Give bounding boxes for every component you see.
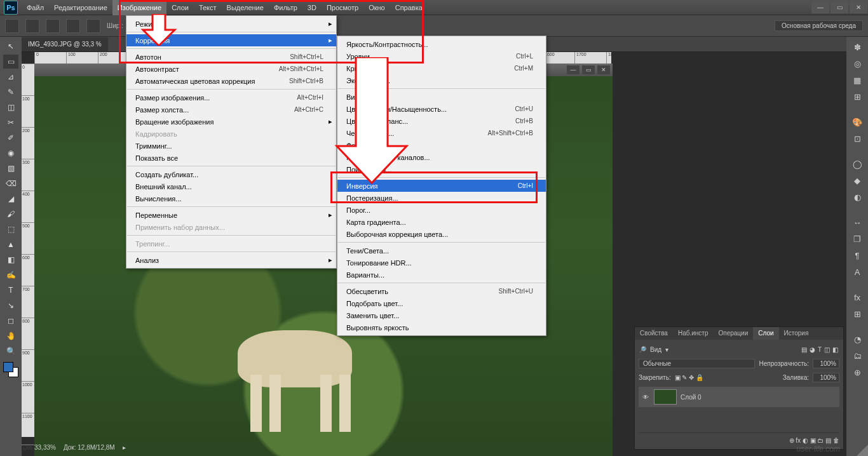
tool-button[interactable]: ◢ (3, 192, 18, 206)
filter-icon[interactable]: ◫ (824, 346, 830, 353)
tool-button[interactable]: ⬚ (3, 222, 18, 236)
kind-filter[interactable]: Вид (650, 346, 661, 353)
menu-item[interactable]: Карта градиента... (337, 216, 546, 228)
zoom-level[interactable]: 33,33% (34, 444, 56, 451)
layer-name[interactable]: Слой 0 (681, 394, 702, 401)
minimize-button[interactable]: — (811, 2, 829, 13)
menu-окно[interactable]: Окно (363, 0, 390, 15)
panel-icon[interactable]: ◎ (851, 57, 864, 70)
menu-item[interactable]: АвтоконтрастAlt+Shift+Ctrl+L (126, 63, 336, 75)
maximize-button[interactable]: ▭ (831, 2, 848, 13)
tool-button[interactable]: ▧ (3, 161, 18, 175)
menu-просмотр[interactable]: Просмотр (322, 0, 363, 15)
color-swatch[interactable] (3, 362, 18, 377)
opacity-input[interactable]: 100% (813, 359, 839, 368)
menu-item[interactable]: Вращение изображения▸ (126, 116, 336, 128)
tool-button[interactable]: ✍ (3, 268, 18, 282)
panel-icon[interactable]: 🗂 (851, 349, 864, 362)
doc-minimize-button[interactable]: — (567, 65, 580, 74)
menu-слои[interactable]: Слои (166, 0, 194, 15)
menu-item[interactable]: Тени/Света... (337, 245, 546, 257)
menu-item[interactable]: Порог... (337, 204, 546, 216)
menu-item[interactable]: ОбесцветитьShift+Ctrl+U (337, 285, 546, 297)
panel-tab[interactable]: Слои (753, 327, 778, 340)
panel-icon[interactable]: ❐ (851, 232, 864, 245)
visibility-icon[interactable]: 👁 (641, 394, 650, 401)
tool-button[interactable]: 🖌 (3, 207, 18, 221)
lock-icons[interactable]: ▣ ✎ ✥ 🔒 (675, 374, 703, 381)
menu-item[interactable]: ИнверсияCtrl+I (337, 180, 546, 192)
panel-icon[interactable]: ⊡ (851, 132, 864, 145)
panel-icon[interactable]: ▦ (851, 74, 864, 86)
tool-button[interactable]: ⊿ (3, 70, 18, 84)
tool-button[interactable]: ▭ (3, 55, 18, 69)
opt-icon[interactable] (46, 19, 60, 33)
menu-item[interactable]: АвтотонShift+Ctrl+L (126, 51, 336, 63)
panel-icon[interactable]: ◐ (851, 191, 864, 203)
menu-item[interactable]: Фотофильтр... (337, 139, 546, 151)
tool-button[interactable]: ✐ (3, 131, 18, 145)
menu-item[interactable]: Переменные▸ (126, 209, 336, 221)
filter-icon[interactable]: ▤ (801, 346, 807, 353)
tool-button[interactable]: ◧ (3, 253, 18, 267)
menu-item[interactable]: Черно-белое...Alt+Shift+Ctrl+B (337, 127, 546, 139)
tool-button[interactable]: 🤚 (3, 329, 18, 343)
menu-item[interactable]: Микширование каналов... (337, 151, 546, 163)
menu-item[interactable]: Выровнять яркость (337, 321, 546, 333)
menu-item[interactable]: Вычисления... (126, 192, 336, 205)
tool-button[interactable]: ⌫ (3, 177, 18, 191)
workspace-switcher[interactable]: Основная рабочая среда (775, 20, 863, 31)
tool-button[interactable]: ✂ (3, 116, 18, 130)
tool-button[interactable]: ◉ (3, 146, 18, 160)
menu-item[interactable]: Коррекция▸ (126, 34, 336, 46)
tool-button[interactable]: 🔍 (3, 344, 18, 358)
menu-текст[interactable]: Текст (194, 0, 222, 15)
panel-tab[interactable]: Наб.инстр (673, 327, 714, 340)
tool-preset-icon[interactable] (5, 19, 19, 33)
menu-item[interactable]: Заменить цвет... (337, 309, 546, 321)
panel-icon[interactable]: ◯ (851, 158, 864, 170)
opt-icon[interactable] (66, 19, 80, 33)
panel-icon[interactable]: ⊞ (851, 90, 864, 103)
tool-button[interactable]: ◫ (3, 100, 18, 114)
panel-icon[interactable]: ⊞ (851, 307, 864, 320)
panel-icon[interactable]: A (851, 265, 864, 278)
panel-tab[interactable]: Операции (713, 327, 753, 340)
doc-maximize-button[interactable]: ▭ (582, 65, 595, 74)
menu-item[interactable]: Цветовой тон/Насыщенность...Ctrl+U (337, 103, 546, 115)
menu-item[interactable]: Размер изображения...Alt+Ctrl+I (126, 91, 336, 104)
panel-icon[interactable]: 🎨 (851, 116, 864, 128)
layer-row[interactable]: 👁 Слой 0 (639, 387, 839, 407)
opt-icon[interactable] (25, 19, 39, 33)
menu-item[interactable]: Яркость/Контрастность... (337, 38, 546, 50)
menu-item[interactable]: Тонирование HDR... (337, 257, 546, 269)
menu-item[interactable]: Размер холста...Alt+Ctrl+C (126, 104, 336, 116)
menu-3d[interactable]: 3D (302, 0, 322, 15)
menu-item[interactable]: Экспозиция... (337, 74, 546, 86)
tool-button[interactable]: ↘ (3, 298, 18, 312)
menu-item[interactable]: Кривые...Ctrl+M (337, 62, 546, 74)
menu-item[interactable]: Подобрать цвет... (337, 297, 546, 309)
blend-mode-select[interactable]: Обычные (639, 359, 755, 368)
panel-icon[interactable]: fx (851, 291, 864, 304)
menu-item[interactable]: Тримминг... (126, 140, 336, 152)
panel-icon[interactable]: ◆ (851, 174, 864, 187)
opt-icon[interactable] (86, 19, 100, 33)
tool-button[interactable]: ✎ (3, 85, 18, 99)
close-button[interactable]: ✕ (850, 2, 867, 13)
fill-input[interactable]: 100% (813, 373, 839, 382)
panel-footer-icons[interactable]: ⊕ fx ◐ ▣ 🗀 ▤ 🗑 (789, 437, 839, 444)
menu-item[interactable]: Цветовой баланс...Ctrl+B (337, 115, 546, 127)
menu-item[interactable]: Создать дубликат... (126, 168, 336, 180)
menu-изображение[interactable]: Изображение (112, 0, 166, 15)
panel-icon[interactable]: ↔ (851, 216, 864, 229)
menu-item[interactable]: Автоматическая цветовая коррекцияShift+C… (126, 75, 336, 87)
panel-tab[interactable]: Свойства (635, 327, 673, 340)
tool-button[interactable]: ↖ (3, 39, 18, 53)
menu-item[interactable]: Вибрация... (337, 91, 546, 103)
menu-фильтр[interactable]: Фильтр (269, 0, 302, 15)
panel-tab[interactable]: История (779, 327, 814, 340)
panel-icon[interactable]: ◔ (851, 333, 864, 345)
menu-item[interactable]: Поиск цвета... (337, 163, 546, 175)
menu-item[interactable]: Внешний канал... (126, 180, 336, 192)
